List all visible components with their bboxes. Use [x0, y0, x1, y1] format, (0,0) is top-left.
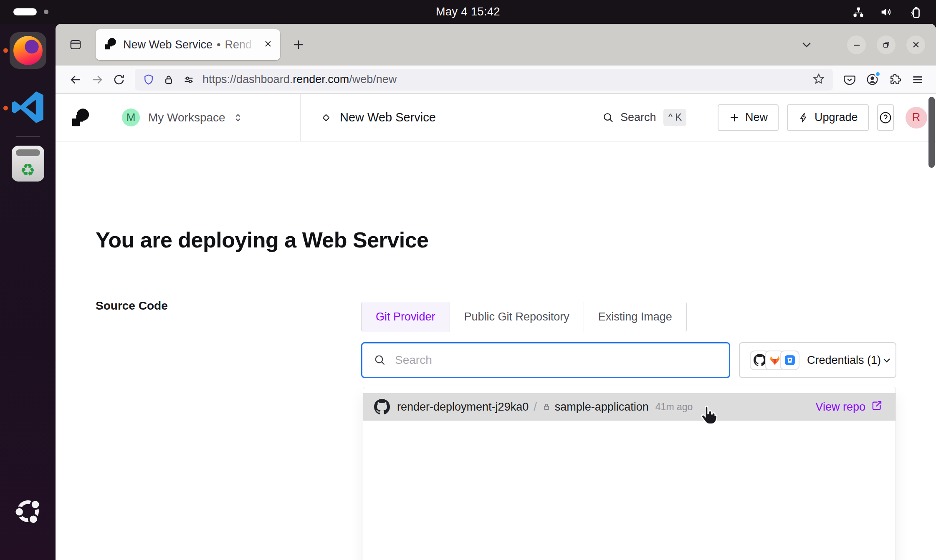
dock-vscode[interactable]	[0, 87, 56, 129]
workspace-pill	[13, 8, 37, 15]
view-repo-link[interactable]: View repo	[815, 399, 883, 415]
plus-icon	[729, 112, 740, 124]
reload-icon[interactable]	[108, 69, 130, 91]
firefox-icon	[10, 32, 46, 69]
page-title: New Web Service	[340, 111, 436, 124]
workspace-selector[interactable]: M My Workspace	[105, 94, 301, 141]
recycle-icon: ♻	[20, 161, 35, 178]
scrollbar-thumb[interactable]	[928, 97, 935, 168]
navigation-bar: https://dashboard.render.com/web/new	[56, 66, 936, 94]
restore-button[interactable]	[877, 35, 896, 54]
repo-updated-time: 41m ago	[655, 401, 693, 413]
new-button[interactable]: New	[718, 104, 779, 131]
browser-window: New Web Service•Rend	[56, 24, 936, 560]
system-tray[interactable]	[852, 0, 922, 24]
lightning-bolt-icon	[798, 112, 810, 124]
help-button[interactable]	[877, 104, 894, 131]
extensions-icon[interactable]	[888, 73, 902, 86]
trash-icon: ♻	[12, 146, 44, 182]
list-all-tabs-icon[interactable]	[796, 34, 817, 55]
repo-separator: /	[534, 401, 537, 414]
network-icon	[852, 5, 865, 19]
bitbucket-icon	[780, 351, 799, 370]
render-app-header: M My Workspace New Web Service	[56, 94, 936, 141]
firefox-view-icon[interactable]	[64, 33, 87, 56]
repo-owner: render-deployment-j29ka0	[397, 401, 529, 414]
external-link-icon	[870, 399, 883, 415]
window-controls	[796, 24, 925, 66]
tab-favicon-render	[104, 38, 116, 52]
dock: ♻	[0, 24, 56, 560]
github-icon	[374, 399, 390, 415]
new-tab-icon[interactable]	[287, 33, 310, 56]
dock-firefox[interactable]	[0, 32, 56, 69]
bookmark-star-icon[interactable]	[812, 72, 825, 87]
toolbar-icons	[843, 73, 927, 86]
repo-search-box	[361, 342, 730, 378]
browser-tab[interactable]: New Web Service•Rend	[96, 29, 280, 60]
system-clock[interactable]: May 4 15:42	[436, 0, 500, 24]
repo-name: sample-application	[555, 401, 649, 414]
source-tabs: Git Provider Public Git Repository Exist…	[361, 302, 687, 332]
dock-show-apps[interactable]	[0, 494, 56, 530]
back-icon[interactable]	[65, 69, 86, 91]
header-actions: New Upgrade	[704, 94, 936, 141]
global-search[interactable]: Search ^ K	[602, 109, 686, 126]
search-icon	[373, 353, 387, 367]
repo-list-panel: render-deployment-j29ka0 / sample-applic…	[363, 387, 896, 560]
search-icon	[602, 111, 615, 124]
workspace-dot	[44, 10, 48, 14]
tab-existing-image[interactable]: Existing Image	[584, 302, 686, 332]
minimize-button[interactable]	[847, 35, 866, 54]
dock-divider	[0, 136, 56, 137]
url-text[interactable]: https://dashboard.render.com/web/new	[202, 73, 812, 86]
lock-icon[interactable]	[162, 73, 175, 86]
upgrade-button[interactable]: Upgrade	[787, 104, 869, 131]
workspace-avatar: M	[122, 108, 140, 126]
system-top-bar: May 4 15:42	[0, 0, 936, 24]
credentials-label: Credentials (1)	[807, 354, 881, 367]
vscode-icon	[8, 87, 48, 129]
tab-close-icon[interactable]	[263, 38, 273, 51]
private-repo-lock-icon	[542, 402, 551, 411]
repo-row[interactable]: render-deployment-j29ka0 / sample-applic…	[363, 393, 896, 421]
search-label: Search	[620, 111, 656, 124]
running-indicator	[3, 106, 8, 111]
repo-search-input[interactable]	[394, 353, 718, 367]
permissions-icon[interactable]	[182, 73, 195, 86]
chevron-up-down-icon	[232, 112, 244, 124]
tab-public-git-repository[interactable]: Public Git Repository	[450, 302, 584, 332]
provider-icons	[750, 351, 799, 370]
running-indicator	[3, 48, 8, 53]
desktop: May 4 15:42	[0, 0, 936, 560]
account-icon[interactable]	[865, 73, 879, 86]
search-shortcut-badge: ^ K	[663, 109, 686, 126]
activities-indicator[interactable]	[13, 8, 48, 15]
battery-charging-icon	[908, 5, 922, 19]
menu-hamburger-icon[interactable]	[911, 73, 924, 86]
render-logo[interactable]	[56, 94, 105, 141]
account-notification-dot	[875, 71, 881, 77]
url-bar[interactable]: https://dashboard.render.com/web/new	[135, 69, 833, 91]
deploy-page: You are deploying a Web Service Source C…	[56, 141, 936, 560]
page-heading: You are deploying a Web Service	[96, 227, 429, 252]
pocket-icon[interactable]	[843, 73, 856, 86]
credentials-dropdown[interactable]: Credentials (1)	[739, 342, 896, 378]
chevron-down-icon	[881, 354, 893, 366]
page-title-area: New Web Service Search ^ K	[301, 94, 704, 141]
forward-icon[interactable]	[86, 69, 108, 91]
ubuntu-logo-icon	[11, 494, 45, 530]
dock-trash[interactable]: ♻	[0, 146, 56, 182]
tracking-protection-shield-icon[interactable]	[142, 73, 155, 86]
question-mark-icon	[878, 110, 893, 125]
workspace-name: My Workspace	[148, 111, 225, 124]
tab-title: New Web Service•Rend	[123, 38, 261, 51]
diamond-icon	[320, 111, 332, 124]
tab-strip: New Web Service•Rend	[56, 24, 936, 66]
close-button[interactable]	[906, 35, 925, 54]
volume-icon	[879, 5, 893, 19]
tab-git-provider[interactable]: Git Provider	[362, 302, 450, 332]
user-avatar[interactable]: R	[906, 107, 927, 129]
source-code-label: Source Code	[96, 299, 168, 313]
